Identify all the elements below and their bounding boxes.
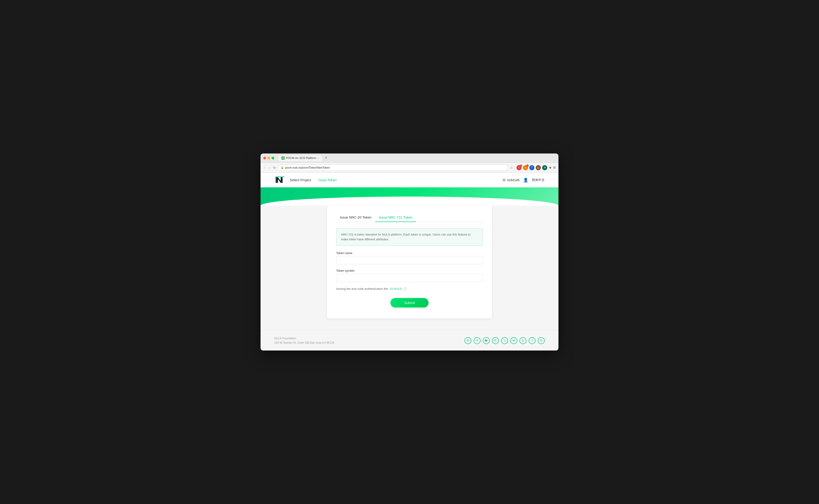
info-box: NRC-721 is token standard for NULS platf… [336, 228, 483, 246]
social-twitter-icon[interactable]: 🐦 [483, 337, 490, 344]
svg-marker-0 [276, 177, 283, 183]
fee-amount: 10 [390, 287, 393, 290]
social-medium-icon[interactable]: M [510, 337, 517, 344]
social-nuls-icon[interactable]: N [464, 337, 471, 344]
close-traffic-light[interactable] [263, 157, 266, 159]
social-telegram-icon[interactable]: ✈ [474, 337, 481, 344]
token-symbol-label: Token symbol [336, 269, 483, 272]
title-bar: N POCM-An SCO Platform × + [261, 153, 558, 163]
tab-favicon: N [281, 156, 285, 160]
bookmark-button[interactable]: ☆ [510, 166, 513, 170]
token-name-input[interactable] [336, 256, 483, 264]
select-project-link[interactable]: Select Project [290, 178, 311, 182]
green-banner [261, 187, 558, 206]
social-github-icon[interactable]: ⌥ [501, 337, 508, 344]
token-symbol-group: Token symbol [336, 269, 483, 282]
block-number-display: ⊞ 4184146 [503, 178, 519, 182]
user-icon[interactable]: 👤 [523, 178, 528, 183]
tab-close-button[interactable]: × [318, 157, 319, 159]
extension-brown-button[interactable]: 🦊 [536, 165, 541, 170]
tab-nrc721[interactable]: Issue NRC-721 Token [375, 213, 416, 222]
new-tab-button[interactable]: + [323, 156, 329, 160]
browser-window: N POCM-An SCO Platform × + ‹ › ↻ 🔒 pocm.… [261, 153, 558, 351]
fee-text: Issuing fee and code authentication fee:… [336, 287, 407, 290]
submit-button[interactable]: Submit [390, 298, 429, 307]
extension-orange-button[interactable]: ⚠ 1 [523, 165, 528, 170]
nav-links: Select Project Issue Token [290, 178, 337, 182]
nav-right: ⊞ 4184146 👤 简体中文 [503, 178, 545, 183]
form-tab-bar: Issue NRC-20 Token Issue NRC-721 Token [336, 213, 483, 222]
logo-area: Select Project Issue Token [274, 175, 337, 185]
extension-teal-button[interactable]: ⊕ [542, 165, 547, 170]
language-button[interactable]: 简体中文 [532, 178, 545, 182]
refresh-button[interactable]: ↻ [273, 166, 276, 170]
footer-left: NULS Foundation 250 W.Tasman Dr.,Suite 1… [274, 336, 334, 345]
footer-company: NULS Foundation [274, 336, 334, 341]
fee-info-icon[interactable]: i [404, 287, 407, 290]
social-discord-icon[interactable]: D [519, 337, 526, 344]
extension-red-button[interactable]: 🛡 0 [517, 165, 522, 170]
url-bar[interactable]: 🔒 pocm.nuls.io/pocm/Token/NewToken [278, 164, 508, 171]
tab-area: N POCM-An SCO Platform × + [278, 155, 329, 161]
browser-tab[interactable]: N POCM-An SCO Platform × [278, 155, 322, 161]
token-symbol-input[interactable] [336, 274, 483, 282]
tab-nrc20[interactable]: Issue NRC-20 Token [336, 213, 375, 222]
top-navigation: Select Project Issue Token ⊞ 4184146 👤 简… [261, 173, 558, 187]
info-description: NRC-721 is token standard for NULS platf… [341, 232, 478, 242]
social-reddit-icon[interactable]: R [492, 337, 499, 344]
extensions-star-button[interactable]: ★ [549, 165, 552, 170]
social-facebook-icon[interactable]: f [529, 337, 536, 344]
minimize-traffic-light[interactable] [267, 157, 270, 159]
maximize-traffic-light[interactable] [272, 157, 274, 159]
grid-icon: ⊞ [503, 178, 506, 182]
browser-menu-button[interactable]: ≡ [553, 165, 556, 170]
url-text: pocm.nuls.io/pocm/Token/NewToken [285, 166, 330, 169]
address-bar: ‹ › ↻ 🔒 pocm.nuls.io/pocm/Token/NewToken… [261, 163, 558, 173]
block-number: 4184146 [507, 178, 519, 182]
social-icons: N ✈ 🐦 R ⌥ M D f ↻ [464, 337, 545, 344]
back-button[interactable]: ‹ [263, 165, 266, 171]
browser-extensions: 🛡 0 ⚠ 1 T 🦊 ⊕ ★ ≡ [517, 165, 556, 170]
nuls-logo [274, 175, 285, 185]
traffic-lights [263, 157, 274, 159]
fee-group: Issuing fee and code authentication fee:… [336, 287, 483, 291]
fee-currency: NULS [394, 287, 402, 290]
forward-button[interactable]: › [268, 165, 271, 171]
social-other-icon[interactable]: ↻ [538, 337, 545, 344]
extension-blue-button[interactable]: T [529, 165, 534, 170]
submit-area: Submit [336, 298, 483, 307]
form-card: Issue NRC-20 Token Issue NRC-721 Token N… [327, 206, 492, 318]
footer: NULS Foundation 250 W.Tasman Dr.,Suite 1… [261, 331, 558, 351]
tab-title: POCM-An SCO Platform [286, 156, 316, 160]
token-name-label: Token name [336, 251, 483, 255]
footer-address: 250 W.Tasman Dr.,Suite 180,San Jose,CA 9… [274, 341, 334, 345]
page-content: Select Project Issue Token ⊞ 4184146 👤 简… [261, 173, 558, 351]
token-name-group: Token name [336, 251, 483, 264]
issue-token-link[interactable]: Issue Token [319, 178, 337, 182]
main-content: Issue NRC-20 Token Issue NRC-721 Token N… [261, 206, 558, 331]
lock-icon: 🔒 [281, 166, 284, 169]
